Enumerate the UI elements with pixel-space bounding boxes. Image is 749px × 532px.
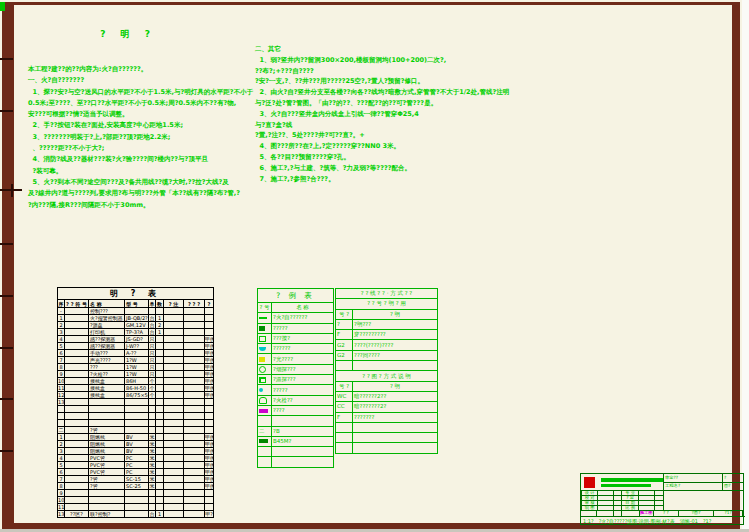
cell — [65, 469, 89, 476]
cell: SC-15 — [125, 476, 149, 483]
cell: PVC管 — [89, 455, 125, 462]
cell — [336, 443, 353, 453]
cell: SC-25 — [125, 483, 149, 490]
frame-tick — [11, 184, 13, 197]
cell — [184, 350, 205, 357]
cell — [156, 483, 164, 490]
note-line: 4、消防?线及??器材???装?火?验????间?楼内??与?顶平且 — [28, 154, 252, 165]
sheet-extra: ?1? — [703, 517, 712, 525]
cell: 10 — [58, 497, 65, 504]
cell: 米 — [149, 483, 156, 490]
cell — [164, 490, 184, 497]
cell — [258, 457, 272, 467]
sym-bell-icon — [259, 397, 267, 404]
cell: ?温探??? — [272, 375, 334, 385]
cell — [272, 416, 334, 426]
cell: WC — [336, 391, 353, 401]
note-line: ??布?;+???自???? — [255, 66, 515, 77]
cell: PVC管 — [89, 462, 125, 469]
cell — [156, 350, 164, 357]
cell — [164, 504, 184, 511]
cell — [336, 422, 353, 432]
cell: 声光???? — [89, 357, 125, 364]
sym-rectdark-icon — [259, 439, 268, 443]
cell — [65, 441, 89, 448]
cell — [156, 406, 164, 413]
company-subname-bar — [601, 484, 651, 487]
cell: 二 — [58, 427, 65, 434]
cell — [65, 385, 89, 392]
cell — [205, 490, 214, 497]
cell: ? 例 表 — [258, 289, 334, 303]
note-line: 2、手??按钮?装在?面处,安装高度?中心距地1.5米; — [28, 120, 252, 131]
cell — [184, 483, 205, 490]
cell: ? — [205, 300, 214, 308]
cell: 阻燃线 — [89, 441, 125, 448]
cell — [258, 364, 272, 374]
cell — [336, 433, 353, 443]
frame-tick — [0, 295, 13, 297]
cell — [184, 434, 205, 441]
cell: 4 — [58, 336, 65, 343]
cell — [125, 406, 149, 413]
cell: 13 — [58, 399, 65, 406]
cell — [65, 448, 89, 455]
cell: 穿????????? — [353, 330, 438, 340]
cell — [156, 504, 164, 511]
cell: ?火?自?????? — [272, 313, 334, 323]
cell — [156, 364, 164, 371]
cell — [149, 399, 156, 406]
cell — [89, 406, 125, 413]
cell — [156, 420, 164, 427]
cell — [164, 399, 184, 406]
cell: 名 称 — [89, 300, 125, 308]
cell — [184, 371, 205, 378]
cell — [258, 354, 272, 364]
cell — [258, 436, 272, 446]
cell — [65, 343, 89, 350]
cell — [164, 455, 184, 462]
cell: 甲供 — [205, 462, 214, 469]
note-line: 一、火?自??????? — [28, 75, 252, 86]
cell — [149, 497, 156, 504]
cell: 个 — [149, 385, 156, 392]
cell: 1?W — [125, 364, 149, 371]
cell: 号 ? — [336, 309, 353, 319]
cell: ? ? 图 ? 方 式 说 明 — [336, 371, 438, 381]
cell: A-?? — [125, 350, 149, 357]
cell: 米 — [149, 434, 156, 441]
cell: 6 — [58, 469, 65, 476]
cell — [184, 406, 205, 413]
frame-tick — [0, 243, 13, 245]
cell — [164, 497, 184, 504]
cell — [258, 313, 272, 323]
cell: ? ? ? — [184, 300, 205, 308]
cell — [164, 364, 184, 371]
cell — [156, 343, 164, 350]
cell — [184, 308, 205, 315]
cell: 数 — [156, 300, 164, 308]
cell — [164, 406, 184, 413]
cell: 3 — [58, 448, 65, 455]
cell — [184, 455, 205, 462]
cell: ?明??? — [353, 319, 438, 329]
wiring-method-table: ? ? 线 ? ? · 方 式 ? ?? ? 号 ? 明 ? 用号 ?? 明??… — [335, 288, 438, 454]
cell — [258, 375, 272, 385]
cell: 接线盒 — [89, 385, 125, 392]
cell — [184, 399, 205, 406]
cell — [65, 308, 89, 315]
cell: 火?报警控制器 — [89, 315, 125, 322]
cell: ?火栓?? — [89, 371, 125, 378]
cell: 感??探测器 — [89, 343, 125, 350]
page-margin-right — [742, 0, 749, 532]
cell — [89, 490, 125, 497]
cell: 甲供 — [205, 336, 214, 343]
note-line: 2、由火?自?竖井分支至各楼??向各??线均?暗敷方式,穿管管?不大于1/2处,… — [255, 87, 515, 98]
cell: G2 — [336, 340, 353, 350]
cell — [65, 322, 89, 329]
cell — [156, 455, 164, 462]
cell — [184, 490, 205, 497]
cell — [258, 405, 272, 415]
cell — [156, 336, 164, 343]
cell: ??区? — [65, 511, 89, 518]
